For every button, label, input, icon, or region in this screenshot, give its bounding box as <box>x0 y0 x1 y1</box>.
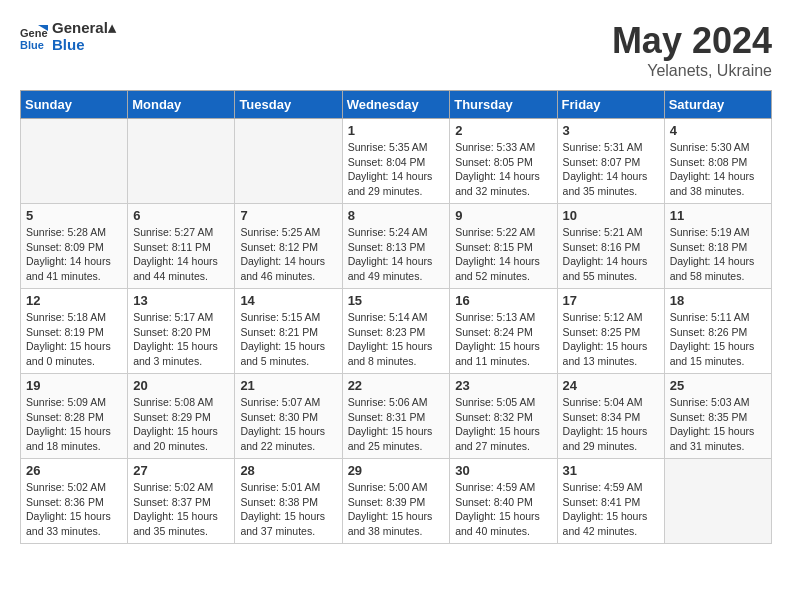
day-number: 31 <box>563 463 659 478</box>
day-detail: Sunrise: 5:19 AM Sunset: 8:18 PM Dayligh… <box>670 225 766 284</box>
day-number: 4 <box>670 123 766 138</box>
day-detail: Sunrise: 4:59 AM Sunset: 8:40 PM Dayligh… <box>455 480 551 539</box>
day-detail: Sunrise: 5:24 AM Sunset: 8:13 PM Dayligh… <box>348 225 445 284</box>
weekday-header-friday: Friday <box>557 91 664 119</box>
day-detail: Sunrise: 5:18 AM Sunset: 8:19 PM Dayligh… <box>26 310 122 369</box>
calendar-cell: 10Sunrise: 5:21 AM Sunset: 8:16 PM Dayli… <box>557 204 664 289</box>
calendar-cell: 14Sunrise: 5:15 AM Sunset: 8:21 PM Dayli… <box>235 289 342 374</box>
day-number: 19 <box>26 378 122 393</box>
day-detail: Sunrise: 5:35 AM Sunset: 8:04 PM Dayligh… <box>348 140 445 199</box>
day-number: 8 <box>348 208 445 223</box>
day-detail: Sunrise: 5:28 AM Sunset: 8:09 PM Dayligh… <box>26 225 122 284</box>
calendar-cell: 26Sunrise: 5:02 AM Sunset: 8:36 PM Dayli… <box>21 459 128 544</box>
calendar-cell: 1Sunrise: 5:35 AM Sunset: 8:04 PM Daylig… <box>342 119 450 204</box>
calendar-cell: 16Sunrise: 5:13 AM Sunset: 8:24 PM Dayli… <box>450 289 557 374</box>
calendar-cell <box>664 459 771 544</box>
weekday-header-row: SundayMondayTuesdayWednesdayThursdayFrid… <box>21 91 772 119</box>
weekday-header-saturday: Saturday <box>664 91 771 119</box>
day-detail: Sunrise: 5:30 AM Sunset: 8:08 PM Dayligh… <box>670 140 766 199</box>
weekday-header-thursday: Thursday <box>450 91 557 119</box>
calendar-cell: 23Sunrise: 5:05 AM Sunset: 8:32 PM Dayli… <box>450 374 557 459</box>
calendar-cell: 2Sunrise: 5:33 AM Sunset: 8:05 PM Daylig… <box>450 119 557 204</box>
calendar-cell: 30Sunrise: 4:59 AM Sunset: 8:40 PM Dayli… <box>450 459 557 544</box>
week-row-3: 12Sunrise: 5:18 AM Sunset: 8:19 PM Dayli… <box>21 289 772 374</box>
calendar-cell: 13Sunrise: 5:17 AM Sunset: 8:20 PM Dayli… <box>128 289 235 374</box>
day-detail: Sunrise: 5:25 AM Sunset: 8:12 PM Dayligh… <box>240 225 336 284</box>
weekday-header-tuesday: Tuesday <box>235 91 342 119</box>
day-number: 13 <box>133 293 229 308</box>
calendar-cell: 8Sunrise: 5:24 AM Sunset: 8:13 PM Daylig… <box>342 204 450 289</box>
calendar-cell: 9Sunrise: 5:22 AM Sunset: 8:15 PM Daylig… <box>450 204 557 289</box>
day-detail: Sunrise: 5:07 AM Sunset: 8:30 PM Dayligh… <box>240 395 336 454</box>
day-detail: Sunrise: 5:14 AM Sunset: 8:23 PM Dayligh… <box>348 310 445 369</box>
day-detail: Sunrise: 5:04 AM Sunset: 8:34 PM Dayligh… <box>563 395 659 454</box>
day-detail: Sunrise: 5:09 AM Sunset: 8:28 PM Dayligh… <box>26 395 122 454</box>
day-number: 28 <box>240 463 336 478</box>
day-detail: Sunrise: 5:11 AM Sunset: 8:26 PM Dayligh… <box>670 310 766 369</box>
calendar-cell: 22Sunrise: 5:06 AM Sunset: 8:31 PM Dayli… <box>342 374 450 459</box>
day-number: 23 <box>455 378 551 393</box>
day-number: 6 <box>133 208 229 223</box>
week-row-4: 19Sunrise: 5:09 AM Sunset: 8:28 PM Dayli… <box>21 374 772 459</box>
day-detail: Sunrise: 5:08 AM Sunset: 8:29 PM Dayligh… <box>133 395 229 454</box>
day-detail: Sunrise: 5:05 AM Sunset: 8:32 PM Dayligh… <box>455 395 551 454</box>
day-number: 26 <box>26 463 122 478</box>
calendar-cell: 15Sunrise: 5:14 AM Sunset: 8:23 PM Dayli… <box>342 289 450 374</box>
title-area: May 2024 Yelanets, Ukraine <box>612 20 772 80</box>
logo-icon: General Blue <box>20 23 48 51</box>
svg-text:Blue: Blue <box>20 39 44 51</box>
day-detail: Sunrise: 5:22 AM Sunset: 8:15 PM Dayligh… <box>455 225 551 284</box>
day-number: 7 <box>240 208 336 223</box>
week-row-2: 5Sunrise: 5:28 AM Sunset: 8:09 PM Daylig… <box>21 204 772 289</box>
week-row-1: 1Sunrise: 5:35 AM Sunset: 8:04 PM Daylig… <box>21 119 772 204</box>
day-number: 11 <box>670 208 766 223</box>
day-detail: Sunrise: 5:17 AM Sunset: 8:20 PM Dayligh… <box>133 310 229 369</box>
calendar-table: SundayMondayTuesdayWednesdayThursdayFrid… <box>20 90 772 544</box>
day-detail: Sunrise: 5:33 AM Sunset: 8:05 PM Dayligh… <box>455 140 551 199</box>
logo-general-text: General▴ <box>52 20 116 37</box>
weekday-header-monday: Monday <box>128 91 235 119</box>
calendar-cell: 25Sunrise: 5:03 AM Sunset: 8:35 PM Dayli… <box>664 374 771 459</box>
day-number: 25 <box>670 378 766 393</box>
day-detail: Sunrise: 5:03 AM Sunset: 8:35 PM Dayligh… <box>670 395 766 454</box>
calendar-location: Yelanets, Ukraine <box>612 62 772 80</box>
calendar-cell: 29Sunrise: 5:00 AM Sunset: 8:39 PM Dayli… <box>342 459 450 544</box>
day-detail: Sunrise: 5:15 AM Sunset: 8:21 PM Dayligh… <box>240 310 336 369</box>
week-row-5: 26Sunrise: 5:02 AM Sunset: 8:36 PM Dayli… <box>21 459 772 544</box>
day-number: 22 <box>348 378 445 393</box>
day-number: 10 <box>563 208 659 223</box>
day-detail: Sunrise: 4:59 AM Sunset: 8:41 PM Dayligh… <box>563 480 659 539</box>
calendar-cell <box>235 119 342 204</box>
day-detail: Sunrise: 5:21 AM Sunset: 8:16 PM Dayligh… <box>563 225 659 284</box>
logo: General Blue General▴ Blue <box>20 20 116 53</box>
day-detail: Sunrise: 5:02 AM Sunset: 8:37 PM Dayligh… <box>133 480 229 539</box>
calendar-cell: 31Sunrise: 4:59 AM Sunset: 8:41 PM Dayli… <box>557 459 664 544</box>
day-number: 1 <box>348 123 445 138</box>
day-number: 3 <box>563 123 659 138</box>
day-number: 2 <box>455 123 551 138</box>
calendar-cell: 24Sunrise: 5:04 AM Sunset: 8:34 PM Dayli… <box>557 374 664 459</box>
day-detail: Sunrise: 5:02 AM Sunset: 8:36 PM Dayligh… <box>26 480 122 539</box>
day-detail: Sunrise: 5:13 AM Sunset: 8:24 PM Dayligh… <box>455 310 551 369</box>
day-number: 29 <box>348 463 445 478</box>
calendar-cell: 18Sunrise: 5:11 AM Sunset: 8:26 PM Dayli… <box>664 289 771 374</box>
page-header: General Blue General▴ Blue May 2024 Yela… <box>20 20 772 80</box>
day-number: 20 <box>133 378 229 393</box>
day-number: 17 <box>563 293 659 308</box>
calendar-cell: 4Sunrise: 5:30 AM Sunset: 8:08 PM Daylig… <box>664 119 771 204</box>
day-number: 18 <box>670 293 766 308</box>
day-detail: Sunrise: 5:01 AM Sunset: 8:38 PM Dayligh… <box>240 480 336 539</box>
calendar-cell: 3Sunrise: 5:31 AM Sunset: 8:07 PM Daylig… <box>557 119 664 204</box>
calendar-cell: 5Sunrise: 5:28 AM Sunset: 8:09 PM Daylig… <box>21 204 128 289</box>
day-number: 15 <box>348 293 445 308</box>
calendar-cell <box>21 119 128 204</box>
calendar-cell: 11Sunrise: 5:19 AM Sunset: 8:18 PM Dayli… <box>664 204 771 289</box>
svg-text:General: General <box>20 27 48 39</box>
day-number: 24 <box>563 378 659 393</box>
calendar-cell: 17Sunrise: 5:12 AM Sunset: 8:25 PM Dayli… <box>557 289 664 374</box>
day-number: 27 <box>133 463 229 478</box>
calendar-cell: 27Sunrise: 5:02 AM Sunset: 8:37 PM Dayli… <box>128 459 235 544</box>
day-number: 12 <box>26 293 122 308</box>
calendar-cell: 7Sunrise: 5:25 AM Sunset: 8:12 PM Daylig… <box>235 204 342 289</box>
weekday-header-wednesday: Wednesday <box>342 91 450 119</box>
